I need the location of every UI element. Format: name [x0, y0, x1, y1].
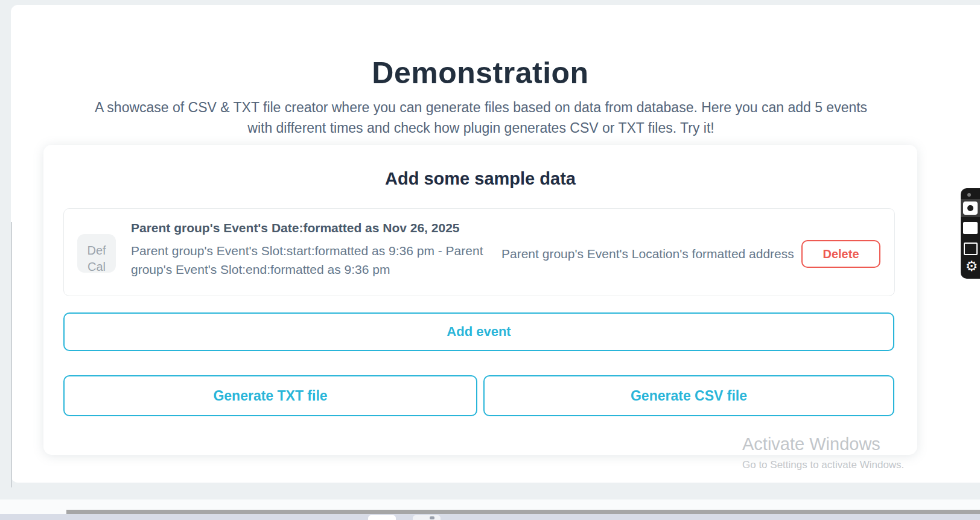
background-window-icon	[430, 516, 434, 519]
watermark-title: Activate Windows	[742, 434, 904, 454]
event-list-item: Def Cal Parent group's Event's Date:form…	[63, 208, 895, 296]
sample-data-card: Add some sample data Def Cal Parent grou…	[43, 145, 917, 455]
background-window-band	[0, 514, 980, 520]
calendar-thumbnail-icon: Def Cal	[77, 234, 116, 273]
activate-windows-watermark: Activate Windows Go to Settings to activ…	[742, 434, 904, 471]
drag-handle-dot[interactable]	[967, 193, 971, 197]
camera-tool-row[interactable]	[961, 199, 980, 217]
background-window-button	[368, 515, 396, 520]
floating-side-toolbar: ⚙	[961, 188, 980, 279]
card-heading: Add some sample data	[43, 169, 917, 189]
gear-icon[interactable]: ⚙	[962, 257, 980, 275]
page-subtitle: A showcase of CSV & TXT file creator whe…	[86, 97, 876, 138]
event-location-text: Parent group's Event's Location's format…	[501, 247, 803, 261]
copy-frame-icon[interactable]	[964, 243, 978, 255]
horizontal-scrollbar[interactable]	[66, 510, 980, 514]
event-date-title: Parent group's Event's Date:formatted as…	[131, 221, 493, 235]
page-title: Demonstration	[43, 55, 917, 90]
background-window-button	[413, 515, 441, 520]
add-event-button[interactable]: Add event	[63, 312, 894, 351]
left-edge-divider	[11, 222, 12, 487]
generate-csv-button[interactable]: Generate CSV file	[483, 375, 894, 416]
delete-button[interactable]: Delete	[801, 240, 880, 268]
generate-txt-button[interactable]: Generate TXT file	[63, 375, 477, 416]
camera-icon[interactable]	[963, 201, 978, 215]
event-text-block: Parent group's Event's Date:formatted as…	[131, 221, 493, 279]
watermark-subtitle: Go to Settings to activate Windows.	[742, 459, 904, 471]
event-time-range: Parent group's Event's Slot:start:format…	[131, 241, 493, 279]
blank-square-icon[interactable]	[963, 222, 978, 234]
